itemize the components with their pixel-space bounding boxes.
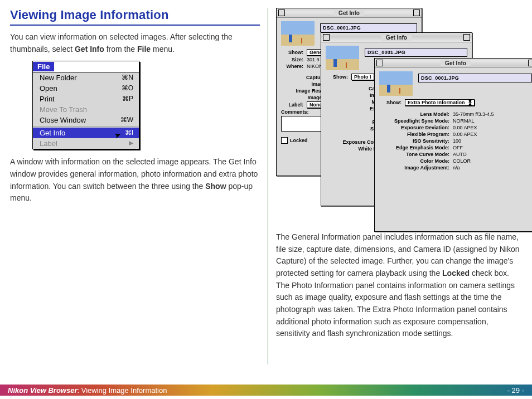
value: 301.9 <box>307 57 320 62</box>
menu-item-print[interactable]: Print⌘P <box>33 94 139 104</box>
locked-label: Locked <box>290 138 308 143</box>
dropdown-arrows-icon <box>468 100 472 105</box>
menu-item-move-to-trash: Move To Trash <box>33 104 139 115</box>
label: Size: <box>281 57 303 62</box>
menu-item-label: Open <box>40 84 57 93</box>
footer-app: Nikon View Browser <box>8 386 78 395</box>
info-value: COLOR <box>453 158 471 164</box>
info-value: OFF <box>453 145 463 150</box>
menu-item-label: Move To Trash <box>40 105 87 114</box>
info-value: 0.00 APEX <box>453 125 477 130</box>
bold-show: Show <box>205 182 226 191</box>
menu-title-file[interactable]: File <box>33 62 54 71</box>
column-divider <box>268 8 268 364</box>
info-label: Edge Emphasis Mode: <box>379 145 449 150</box>
dropdown-value: Photo I <box>354 74 371 80</box>
bold-locked: Locked <box>442 269 470 278</box>
close-icon[interactable] <box>323 34 330 41</box>
menu-item-label: Print <box>40 95 55 103</box>
window-title: Get Info <box>441 60 471 66</box>
close-icon[interactable] <box>278 9 285 16</box>
label: Label: <box>281 102 303 108</box>
menu-item-get-info[interactable]: Get Info⌘I➤ <box>33 128 139 138</box>
info-value: NORMAL <box>453 118 475 124</box>
submenu-arrow-icon: ▶ <box>129 139 133 148</box>
menu-shortcut: ⌘I <box>125 129 133 137</box>
menu-item-new-folder[interactable]: New Folder⌘N <box>33 72 139 83</box>
info-label: ISO Sensitivity: <box>379 138 449 144</box>
menu-shortcut: ⌘P <box>122 95 133 103</box>
show-label: Show: <box>379 100 402 105</box>
menu-item-label: New Folder <box>40 74 76 82</box>
close-icon[interactable] <box>376 60 383 66</box>
text: menu. <box>151 45 175 53</box>
menu-item-label: Label <box>40 139 57 148</box>
text: check box. The Photo Information panel c… <box>276 269 515 338</box>
info-label: Lens Model: <box>379 111 449 117</box>
window-title: Get Info <box>334 10 364 16</box>
footer-section: : Viewing Image Information <box>78 386 167 395</box>
dropdown-value: Extra Photo Information <box>408 100 465 105</box>
titlebar: Get Info <box>321 33 472 42</box>
show-label: Show: <box>326 74 348 80</box>
info-value: AUTO <box>453 152 467 157</box>
filename: DSC_0001.JPG <box>418 74 532 82</box>
thumbnail <box>281 21 315 46</box>
page-footer: Nikon View Browser: Viewing Image Inform… <box>0 385 532 396</box>
text: from the <box>104 45 137 53</box>
footer-left: Nikon View Browser: Viewing Image Inform… <box>8 386 167 395</box>
menu-item-label: Close Window <box>40 116 86 124</box>
bold-file: File <box>137 45 151 53</box>
info-label: Image Adjustment: <box>379 165 449 171</box>
zoom-icon[interactable] <box>463 34 470 41</box>
zoom-icon[interactable] <box>528 60 532 66</box>
show-label: Show: <box>281 50 303 55</box>
info-label: Color Mode: <box>379 158 449 164</box>
filename: DSC_0001.JPG <box>320 23 417 32</box>
title-rule <box>10 25 260 26</box>
info-label: Flexible Program: <box>379 132 449 137</box>
info-value: n/a <box>453 165 460 171</box>
page-title: Viewing Image Information <box>10 8 260 22</box>
bold-get-info: Get Info <box>75 45 104 53</box>
get-info-window-extra: Get Info DSC_0001.JPG Show: Extra Photo … <box>374 58 532 232</box>
info-label: Tone Curve Mode: <box>379 152 449 157</box>
label: Where: <box>281 64 303 69</box>
menu-item-open[interactable]: Open⌘O <box>33 83 139 94</box>
menu-item-close-window[interactable]: Close Window⌘W <box>33 115 139 126</box>
filename: DSC_0001.JPG <box>365 48 467 57</box>
show-dropdown[interactable]: Photo I <box>351 74 374 80</box>
comments-label: Comments: <box>281 109 313 115</box>
titlebar: Get Info <box>375 59 532 68</box>
window-title: Get Info <box>381 35 412 41</box>
info-label: Exposure Deviation: <box>379 125 449 130</box>
titlebar: Get Info <box>277 8 422 18</box>
window-cascade: Get Info DSC_0001.JPG Show: Genera <box>276 8 522 222</box>
menu-item-label: Label▶ <box>33 138 139 149</box>
intro-paragraph: You can view information on selected ima… <box>10 31 260 55</box>
info-value: 100 <box>453 138 461 144</box>
menu-shortcut: ⌘W <box>120 116 133 124</box>
menu-item-label: Get Info <box>40 129 65 137</box>
thumbnail <box>326 46 359 70</box>
info-value: 0.00 APEX <box>453 132 477 137</box>
checkbox-icon[interactable] <box>281 137 288 144</box>
info-value: 35-70mm f/3.3-4.5 <box>453 111 494 117</box>
file-menu: File New Folder⌘NOpen⌘OPrint⌘PMove To Tr… <box>32 61 139 149</box>
right-paragraph: The General Information panel includes i… <box>276 231 522 340</box>
menu-shortcut: ⌘O <box>122 84 133 93</box>
show-dropdown[interactable]: Extra Photo Information <box>405 99 475 106</box>
info-label: Speedlight Sync Mode: <box>379 118 449 124</box>
menu-shortcut: ⌘N <box>122 74 133 82</box>
zoom-icon[interactable] <box>413 9 420 16</box>
thumbnail <box>379 71 413 96</box>
footer-page: - 29 - <box>507 386 524 395</box>
explain-paragraph: A window with information on the selecte… <box>10 156 260 205</box>
menubar: File <box>33 61 139 72</box>
